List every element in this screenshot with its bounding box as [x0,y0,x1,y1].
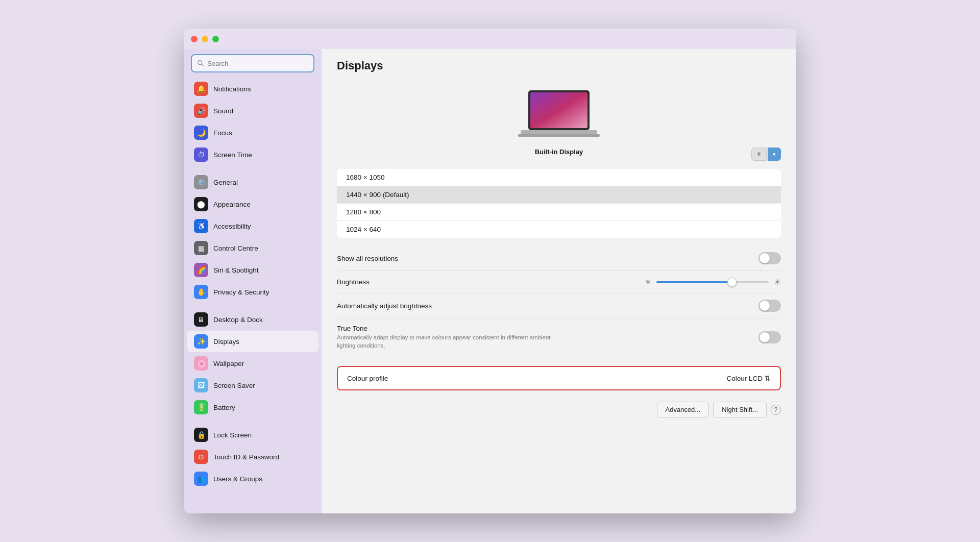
sidebar: 🔔 Notifications 🔊 Sound 🌙 Focus ⏱ Screen… [184,49,322,513]
slider-thumb[interactable] [727,278,737,287]
sidebar-label-appearance: Appearance [213,201,251,208]
auto-brightness-toggle[interactable] [758,300,781,312]
laptop-icon [518,88,600,144]
sidebar-divider [184,303,322,308]
advanced-button[interactable]: Advanced... [657,402,709,417]
sidebar-icon-wallpaper: 🌸 [194,356,208,371]
sidebar-item-desktop-dock[interactable]: 🖥 Desktop & Dock [187,309,318,330]
sidebar-icon-battery: 🔋 [194,400,208,414]
add-display-button[interactable]: + [751,147,767,161]
sidebar-item-lock-screen[interactable]: 🔒 Lock Screen [187,424,318,446]
window-content: 🔔 Notifications 🔊 Sound 🌙 Focus ⏱ Screen… [184,49,796,513]
sidebar-icon-lock-screen: 🔒 [194,428,208,442]
sidebar-label-privacy-security: Privacy & Security [213,288,270,296]
display-dropdown-button[interactable]: ▾ [768,147,781,161]
sidebar-label-siri-spotlight: Siri & Spotlight [213,266,259,274]
sidebar-item-appearance[interactable]: ⬤ Appearance [187,193,318,215]
night-shift-button[interactable]: Night Shift... [713,402,767,417]
display-label: Built-in Display [535,148,583,156]
sidebar-icon-users-groups: 👥 [194,472,208,486]
slider-track[interactable] [656,281,769,283]
sidebar-item-battery[interactable]: 🔋 Battery [187,397,318,418]
sidebar-item-displays[interactable]: ✨ Displays [187,331,318,352]
sidebar-label-accessibility: Accessibility [213,223,251,230]
resolution-item-r3[interactable]: 1280 × 800 [337,204,781,221]
svg-rect-4 [521,130,597,134]
brightness-low-icon: ☀ [644,277,651,287]
colour-profile-text: Colour LCD [726,375,763,382]
toggle-knob [760,301,770,311]
sidebar-label-notifications: Notifications [213,85,251,93]
sidebar-label-users-groups: Users & Groups [213,475,262,483]
colour-profile-box[interactable]: Colour profile Colour LCD ⇅ [337,366,781,390]
sidebar-label-touch-id: Touch ID & Password [213,453,279,461]
sidebar-label-focus: Focus [213,129,232,137]
sidebar-item-general[interactable]: ⚙️ General [187,171,318,193]
sidebar-label-general: General [213,179,238,186]
sidebar-label-screen-saver: Screen Saver [213,382,255,389]
resolution-item-r1[interactable]: 1680 × 1050 [337,169,781,186]
sidebar-icon-accessibility: ♿ [194,219,208,233]
sidebar-label-sound: Sound [213,107,233,115]
sidebar-label-control-centre: Control Centre [213,244,258,252]
brightness-slider-container: ☀ ☀ [370,277,781,287]
sidebar-item-control-centre[interactable]: ▦ Control Centre [187,237,318,259]
colour-profile-label: Colour profile [347,375,388,382]
page-title: Displays [337,59,781,72]
main-body: Built-in Display + ▾ 1680 × 10501440 × 9… [322,78,796,513]
help-button[interactable]: ? [771,405,781,415]
search-box[interactable] [191,54,314,72]
resolution-item-r4[interactable]: 1024 × 640 [337,221,781,238]
svg-rect-3 [530,92,587,128]
sidebar-label-wallpaper: Wallpaper [213,360,244,367]
true-tone-labels: True Tone Automatically adapt display to… [337,325,567,350]
sidebar-item-sound[interactable]: 🔊 Sound [187,100,318,121]
sidebar-icon-screen-time: ⏱ [194,147,208,162]
settings-section: Show all resolutions Brightness ☀ [337,246,781,356]
show-all-toggle[interactable] [758,252,781,264]
sidebar-icon-siri-spotlight: 🌈 [194,263,208,277]
sidebar-label-displays: Displays [213,338,239,346]
brightness-high-icon: ☀ [774,277,781,287]
sidebar-item-screen-time[interactable]: ⏱ Screen Time [187,144,318,165]
sidebar-item-users-groups[interactable]: 👥 Users & Groups [187,468,318,489]
colour-profile-value[interactable]: Colour LCD ⇅ [726,374,771,382]
colour-profile-chevron: ⇅ [765,374,771,382]
sidebar-item-siri-spotlight[interactable]: 🌈 Siri & Spotlight [187,259,318,281]
sidebar-item-privacy-security[interactable]: ✋ Privacy & Security [187,281,318,303]
sidebar-item-focus[interactable]: 🌙 Focus [187,122,318,143]
titlebar [184,29,796,49]
sidebar-item-screen-saver[interactable]: 🖼 Screen Saver [187,375,318,396]
auto-brightness-label: Automatically adjust brightness [337,302,432,310]
sidebar-label-battery: Battery [213,404,235,411]
sidebar-icon-sound: 🔊 [194,104,208,118]
sidebar-icon-control-centre: ▦ [194,241,208,255]
display-header-row: Built-in Display + ▾ [337,78,781,161]
display-preview: Built-in Display [518,78,600,161]
resolution-list: 1680 × 10501440 × 900 (Default)1280 × 80… [337,169,781,238]
sidebar-icon-touch-id: ⊙ [194,450,208,464]
true-tone-label: True Tone [337,325,567,332]
sidebar-divider [184,418,322,424]
svg-line-1 [202,64,204,66]
sidebar-item-notifications[interactable]: 🔔 Notifications [187,78,318,100]
add-display-controls: + ▾ [751,147,781,161]
maximize-button[interactable] [212,36,219,42]
slider-fill [656,281,729,283]
toggle-knob [760,332,770,342]
minimize-button[interactable] [202,36,208,42]
show-all-resolutions-row: Show all resolutions [337,246,781,271]
sidebar-icon-displays: ✨ [194,334,208,349]
sidebar-item-touch-id[interactable]: ⊙ Touch ID & Password [187,446,318,467]
brightness-label: Brightness [337,278,370,286]
resolution-item-r2[interactable]: 1440 × 900 (Default) [337,186,781,204]
sidebar-label-screen-time: Screen Time [213,151,252,159]
true-tone-toggle[interactable] [758,331,781,343]
search-input[interactable] [207,60,308,67]
sidebar-item-wallpaper[interactable]: 🌸 Wallpaper [187,353,318,374]
svg-rect-5 [518,134,600,137]
sidebar-divider [184,166,322,171]
close-button[interactable] [191,36,198,42]
sidebar-item-accessibility[interactable]: ♿ Accessibility [187,215,318,237]
sidebar-label-lock-screen: Lock Screen [213,431,252,439]
